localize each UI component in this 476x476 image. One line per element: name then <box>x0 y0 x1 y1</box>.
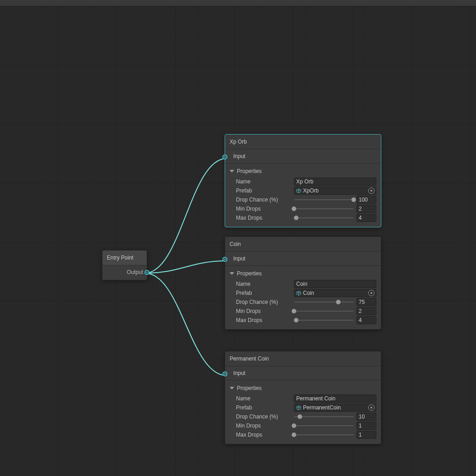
node-coin[interactable]: Coin Input Properties Name Prefab <box>225 236 381 330</box>
properties-foldout[interactable]: Properties <box>230 269 376 279</box>
name-field[interactable] <box>294 178 376 186</box>
prefab-name: PermanentCoin <box>303 404 366 411</box>
properties-label: Properties <box>237 385 262 391</box>
input-label: Input <box>233 255 245 262</box>
drop-chance-value[interactable] <box>356 413 376 421</box>
prefab-object-field[interactable]: Coin <box>294 289 376 297</box>
prefab-object-field[interactable]: PermanentCoin <box>294 404 376 412</box>
input-port[interactable] <box>222 154 227 159</box>
properties-label: Properties <box>237 168 262 174</box>
drop-chance-slider[interactable] <box>294 299 354 305</box>
max-drops-slider[interactable] <box>294 317 354 323</box>
node-title[interactable]: Permanent Coin <box>225 351 381 366</box>
object-picker-button[interactable] <box>368 188 375 194</box>
properties-foldout[interactable]: Properties <box>230 383 376 394</box>
node-title[interactable]: Coin <box>225 237 381 252</box>
prefab-icon <box>296 188 301 193</box>
field-name-label: Name <box>236 281 290 287</box>
drop-chance-value[interactable] <box>356 298 376 306</box>
max-drops-value[interactable] <box>356 316 376 324</box>
drop-chance-slider[interactable] <box>294 197 354 203</box>
node-title[interactable]: Entry Point <box>102 250 147 265</box>
prefab-name: Coin <box>303 290 366 296</box>
input-row: Input <box>225 149 381 163</box>
output-port-label: Output <box>127 269 143 275</box>
field-max-label: Max Drops <box>236 317 290 323</box>
object-picker-button[interactable] <box>368 290 375 296</box>
top-bar <box>0 0 476 6</box>
drop-chance-slider[interactable] <box>294 413 354 420</box>
chevron-down-icon <box>230 170 234 173</box>
output-port[interactable] <box>144 270 149 275</box>
input-port[interactable] <box>222 371 227 376</box>
min-drops-value[interactable] <box>356 205 376 213</box>
drop-chance-value[interactable] <box>356 196 376 204</box>
max-drops-value[interactable] <box>356 431 376 439</box>
name-field[interactable] <box>294 280 376 288</box>
field-prefab-label: Prefab <box>236 188 290 194</box>
max-drops-slider[interactable] <box>294 432 354 438</box>
input-row: Input <box>225 366 381 380</box>
properties-label: Properties <box>237 270 262 277</box>
prefab-icon <box>296 291 301 296</box>
field-min-label: Min Drops <box>236 423 290 429</box>
min-drops-slider[interactable] <box>294 423 354 429</box>
name-field[interactable] <box>294 394 376 403</box>
input-label: Input <box>233 370 245 376</box>
field-max-label: Max Drops <box>236 215 290 221</box>
input-port[interactable] <box>222 257 227 262</box>
field-drop-chance-label: Drop Chance (%) <box>236 299 290 305</box>
field-prefab-label: Prefab <box>236 404 290 411</box>
node-entry-point[interactable]: Entry Point Output <box>102 250 147 280</box>
object-picker-button[interactable] <box>368 404 375 411</box>
chevron-down-icon <box>230 272 234 275</box>
prefab-object-field[interactable]: XpOrb <box>294 187 376 195</box>
field-drop-chance-label: Drop Chance (%) <box>236 197 290 203</box>
node-title[interactable]: Xp Orb <box>225 135 381 149</box>
min-drops-value[interactable] <box>356 307 376 315</box>
input-label: Input <box>233 153 245 159</box>
min-drops-slider[interactable] <box>294 206 354 212</box>
field-drop-chance-label: Drop Chance (%) <box>236 413 290 420</box>
prefab-icon <box>296 405 301 410</box>
properties-foldout[interactable]: Properties <box>230 166 376 177</box>
max-drops-value[interactable] <box>356 214 376 222</box>
field-min-label: Min Drops <box>236 206 290 212</box>
input-row: Input <box>225 252 381 266</box>
prefab-name: XpOrb <box>303 188 366 194</box>
min-drops-value[interactable] <box>356 422 376 430</box>
node-xp-orb[interactable]: Xp Orb Input Properties Name Prefab <box>225 134 381 227</box>
min-drops-slider[interactable] <box>294 308 354 314</box>
field-prefab-label: Prefab <box>236 290 290 296</box>
field-name-label: Name <box>236 395 290 402</box>
field-max-label: Max Drops <box>236 432 290 438</box>
max-drops-slider[interactable] <box>294 215 354 221</box>
graph-canvas[interactable]: Entry Point Output Xp Orb Input Properti… <box>0 6 476 476</box>
field-min-label: Min Drops <box>236 308 290 314</box>
node-permanent-coin[interactable]: Permanent Coin Input Properties Name Pre… <box>225 351 381 444</box>
chevron-down-icon <box>230 387 234 389</box>
field-name-label: Name <box>236 178 290 185</box>
